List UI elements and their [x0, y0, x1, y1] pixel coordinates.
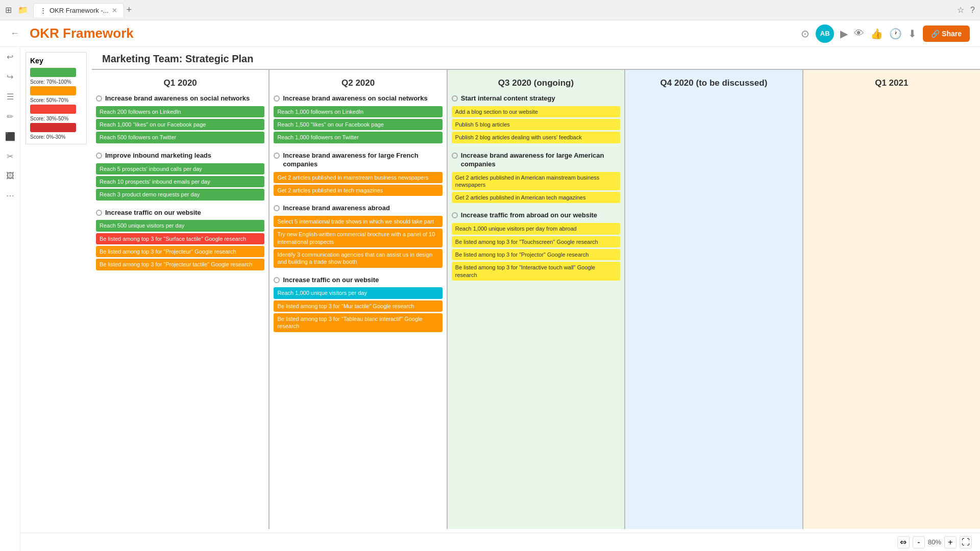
clock-icon[interactable]: 🕐 — [889, 28, 902, 40]
key-color-orange — [30, 86, 76, 95]
obj-dot — [96, 95, 102, 102]
key-label-1: Score: 70%-100% — [30, 79, 82, 85]
eye-icon[interactable]: 👁 — [854, 28, 864, 39]
back-icon[interactable]: ← — [10, 28, 19, 39]
col-q2-2020: Q2 2020 Increase brand awareness on soci… — [270, 70, 447, 529]
key-item-3 — [30, 105, 82, 114]
kr-item: Get 2 articles published in American mai… — [452, 172, 620, 191]
fullscreen-button[interactable]: ⛶ — [960, 536, 972, 548]
pen-icon[interactable]: ✏ — [7, 112, 13, 121]
play-icon[interactable]: ▶ — [840, 28, 848, 40]
kr-item: Be listed among top 3 for "Interactive t… — [452, 262, 620, 281]
kr-item: Add a blog section to our website — [452, 106, 620, 117]
like-icon[interactable]: 👍 — [870, 28, 883, 40]
obj-dot — [96, 153, 102, 159]
toolbar-right: ⊙ AB ▶ 👁 👍 🕐 ⬇ 🔗 Share — [801, 24, 970, 43]
browser-bar: ⊞ 📁 ⋮ OKR Framework -... ✕ + ☆ ? — [0, 0, 980, 20]
kr-item: Get 2 articles published in tech magazin… — [274, 185, 442, 196]
kr-item: Get 2 articles published in mainstream b… — [274, 172, 442, 183]
kr-item: Select 5 international trade shows in wh… — [274, 216, 442, 227]
kr-item: Be listed among top 3 for "Tableau blanc… — [274, 313, 442, 332]
bottom-bar: ⇔ - 80% + ⛶ — [20, 533, 980, 551]
key-label-4: Score: 0%-30% — [30, 134, 82, 140]
browser-nav-icons[interactable]: ⊞ 📁 — [5, 5, 28, 15]
col-q1-2020-header: Q1 2020 — [96, 74, 264, 94]
kr-item: Reach 1,000 unique visitors per day — [274, 287, 442, 298]
download-icon[interactable]: ⬇ — [908, 28, 917, 40]
key-panel: Key Score: 70%-100% Score: 50%-70% Score… — [26, 52, 87, 144]
undo-icon[interactable]: ↩ — [7, 52, 13, 62]
list-icon[interactable]: ☰ — [7, 92, 14, 102]
main-content: Key Score: 70%-100% Score: 50%-70% Score… — [20, 47, 980, 551]
zoom-level: 80% — [928, 538, 941, 546]
obj-q2-4: Increase traffic on our website Reach 1,… — [274, 276, 442, 332]
obj-q2-1: Increase brand awareness on social netwo… — [274, 94, 442, 143]
zoom-out-button[interactable]: - — [913, 536, 925, 548]
help-icon[interactable]: ? — [970, 6, 975, 15]
bookmark-icon[interactable]: ☆ — [957, 5, 964, 15]
scissors-icon[interactable]: ✂ — [7, 152, 13, 161]
columns-container: Q1 2020 Increase brand awareness on soci… — [92, 69, 980, 529]
active-tab[interactable]: ⋮ OKR Framework -... ✕ — [33, 3, 124, 17]
home-icon[interactable]: ⊞ — [5, 5, 12, 15]
tab-close-button[interactable]: ✕ — [112, 7, 117, 14]
app-title: OKR Framework — [30, 26, 134, 41]
shape-icon[interactable]: ⬛ — [5, 132, 15, 141]
kr-item: Be listed among top 3 for "Surface tacti… — [96, 233, 264, 244]
tab-bar: ⋮ OKR Framework -... ✕ + — [33, 3, 957, 17]
kr-item: Reach 1,000 "likes" on our Facebook page — [96, 119, 264, 130]
grid-icon[interactable]: ⋯ — [6, 191, 14, 201]
focus-icon[interactable]: ⊙ — [801, 28, 810, 40]
key-color-darkred — [30, 123, 76, 132]
key-title: Key — [30, 57, 82, 65]
obj-title: Increase brand awareness abroad — [283, 204, 390, 213]
obj-title: Improve inbound marketing leads — [105, 152, 211, 160]
obj-dot — [452, 212, 458, 218]
obj-q2-3: Increase brand awareness abroad Select 5… — [274, 204, 442, 267]
obj-dot — [452, 153, 458, 159]
obj-dot — [274, 205, 280, 211]
obj-title: Increase traffic on our website — [283, 276, 379, 285]
kr-item: Be listed among top 3 for "Touchscreen" … — [452, 236, 620, 247]
obj-dot — [274, 95, 280, 102]
col-q4-2020: Q4 2020 (to be discussed) — [625, 70, 803, 529]
obj-q1-3: Increase traffic on our website Reach 50… — [96, 209, 264, 270]
key-item-2 — [30, 86, 82, 95]
kr-item: Publish 2 blog articles dealing with use… — [452, 132, 620, 143]
redo-icon[interactable]: ↪ — [7, 72, 13, 82]
fit-width-button[interactable]: ⇔ — [897, 536, 910, 548]
col-q3-2020-header: Q3 2020 (ongoing) — [452, 74, 620, 94]
zoom-controls: ⇔ - 80% + ⛶ — [897, 536, 972, 548]
obj-title: Increase traffic from abroad on our webs… — [461, 211, 597, 220]
obj-title: Increase brand awareness for large Frenc… — [283, 152, 442, 169]
share-button[interactable]: 🔗 Share — [923, 26, 970, 42]
kr-item: Be listed among top 3 for "Projecteur ta… — [96, 259, 264, 270]
col-q1-2020: Q1 2020 Increase brand awareness on soci… — [92, 70, 270, 529]
canvas-content: Marketing Team: Strategic Plan Q1 2020 I… — [92, 47, 980, 533]
obj-title: Increase brand awareness for large Ameri… — [461, 152, 620, 169]
zoom-in-button[interactable]: + — [944, 536, 957, 548]
key-item-1 — [30, 68, 82, 77]
obj-q1-1: Increase brand awareness on social netwo… — [96, 94, 264, 143]
kr-item: Reach 1,000 unique visitors per day from… — [452, 223, 620, 234]
image-icon[interactable]: 🖼 — [6, 171, 14, 181]
kr-item: Reach 1,000 followers on LinkedIn — [274, 106, 442, 117]
tab-icon: ⋮ — [40, 7, 46, 14]
avatar-button[interactable]: AB — [816, 24, 834, 43]
folder-icon[interactable]: 📁 — [18, 5, 28, 15]
col-q3-2020: Q3 2020 (ongoing) Start internal content… — [448, 70, 625, 529]
new-tab-button[interactable]: + — [127, 5, 132, 15]
key-color-green — [30, 68, 76, 77]
kr-item: Reach 1,000 followers on Twitter — [274, 132, 442, 143]
obj-dot — [274, 277, 280, 283]
key-label-3: Score: 30%-50% — [30, 116, 82, 121]
tab-label: OKR Framework -... — [50, 7, 109, 14]
key-item-4 — [30, 123, 82, 132]
page-title: Marketing Team: Strategic Plan — [92, 47, 980, 65]
col-q1-2021-header: Q1 2021 — [807, 74, 976, 94]
kr-item: Get 2 articles published in American tec… — [452, 192, 620, 203]
kr-item: Try new English-written commercial broch… — [274, 229, 442, 247]
obj-title: Increase brand awareness on social netwo… — [105, 94, 250, 103]
key-label-2: Score: 50%-70% — [30, 97, 82, 103]
kr-item: Be listed among top 3 for "Projector" Go… — [452, 249, 620, 260]
